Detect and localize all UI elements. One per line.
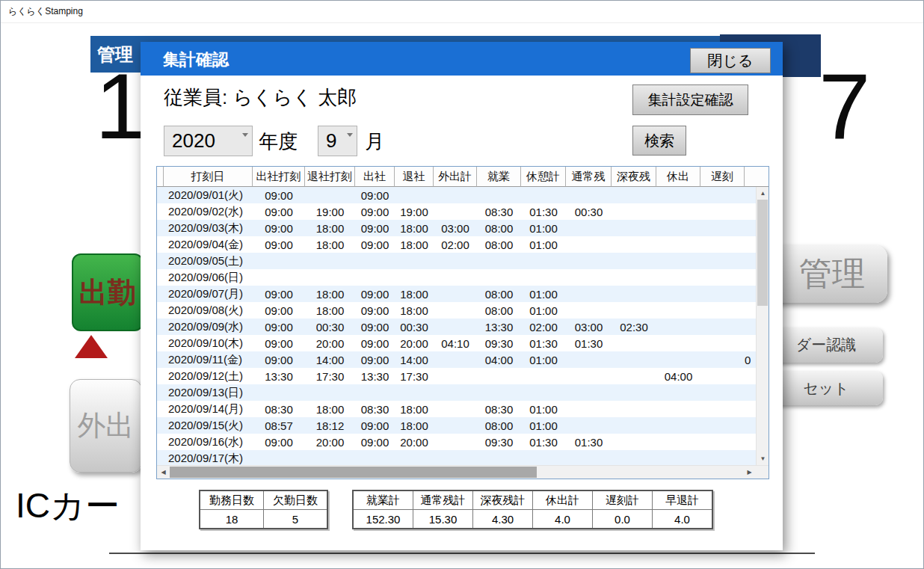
value-cell: [434, 302, 477, 319]
aggregation-settings-button[interactable]: 集計設定確認: [632, 84, 748, 115]
vscroll-track[interactable]: [757, 200, 769, 452]
value-cell: [434, 187, 477, 203]
value-cell: 00:30: [305, 319, 355, 335]
hscroll-track[interactable]: [170, 466, 743, 479]
value-cell: 08:30: [355, 401, 395, 417]
table-row[interactable]: 2020/09/16(水)09:0020:0009:0020:0009:3001…: [157, 434, 756, 450]
row-header-cell: [157, 286, 164, 302]
table-row[interactable]: 2020/09/07(月)09:0018:0009:0018:0008:0001…: [157, 286, 756, 302]
date-cell: 2020/09/02(水): [164, 203, 253, 220]
scroll-up-icon[interactable]: ▲: [757, 187, 769, 200]
value-cell: 18:12: [305, 417, 355, 434]
table-row[interactable]: 2020/09/04(金)09:0018:0009:0018:0002:0008…: [157, 236, 756, 253]
month-select[interactable]: 9: [318, 126, 357, 156]
table-row[interactable]: 2020/09/14(月)08:3018:0008:3018:0008:3001…: [157, 401, 756, 417]
value-cell: [434, 434, 477, 450]
column-header[interactable]: 遅刻: [700, 167, 745, 187]
summary-value: 4.0: [533, 510, 593, 529]
value-cell: [434, 450, 477, 465]
column-header[interactable]: 外出計: [434, 167, 477, 187]
overflow-cell: [745, 220, 756, 236]
summary-header: 遅刻計: [593, 490, 653, 510]
grid-body[interactable]: 2020/09/01(火)09:0009:002020/09/02(水)09:0…: [157, 187, 756, 465]
column-header[interactable]: 深夜残: [612, 167, 656, 187]
table-row[interactable]: 2020/09/01(火)09:0009:00: [157, 187, 756, 203]
date-cell: 2020/09/09(水): [164, 319, 253, 335]
table-row[interactable]: 2020/09/09(水)09:0000:3009:0000:3013:3002…: [157, 319, 756, 335]
value-cell: 04:00: [656, 368, 700, 384]
value-cell: [521, 269, 566, 286]
value-cell: [566, 401, 612, 417]
table-row[interactable]: 2020/09/15(火)08:5718:1209:0018:0008:0001…: [157, 417, 756, 434]
row-header-cell: [157, 203, 164, 220]
summary-days-table: 勤務日数欠勤日数185: [199, 490, 328, 529]
table-row[interactable]: 2020/09/17(木): [157, 450, 756, 465]
table-row[interactable]: 2020/09/12(土)13:3017:3013:3017:3004:00: [157, 368, 756, 384]
settings-button-label: 集計設定確認: [648, 90, 733, 110]
row-header-cell: [157, 187, 164, 203]
value-cell: [253, 253, 305, 269]
value-cell: [434, 253, 477, 269]
table-row[interactable]: 2020/09/03(木)09:0018:0009:0018:0003:0008…: [157, 220, 756, 236]
year-select[interactable]: 2020: [164, 126, 253, 156]
value-cell: [700, 401, 745, 417]
value-cell: 08:00: [477, 220, 521, 236]
table-row[interactable]: 2020/09/10(木)09:0020:0009:0020:0004:1009…: [157, 335, 756, 351]
value-cell: [700, 434, 745, 450]
value-cell: 00:30: [395, 319, 434, 335]
value-cell: 09:00: [355, 434, 395, 450]
value-cell: 18:00: [395, 220, 434, 236]
column-header[interactable]: 休出: [656, 167, 700, 187]
row-header-cell: [157, 236, 164, 253]
reset-button-label: セット: [803, 378, 848, 399]
value-cell: [656, 319, 700, 335]
row-header-cell: [157, 417, 164, 434]
summary-header: 早退計: [653, 490, 713, 510]
value-cell: 18:00: [305, 220, 355, 236]
go-out-label: 外出: [78, 407, 135, 445]
column-header[interactable]: 打刻日: [164, 167, 253, 187]
row-header-cell: [157, 368, 164, 384]
column-header[interactable]: 休憩計: [521, 167, 566, 187]
value-cell: [656, 253, 700, 269]
row-header-cell: [157, 434, 164, 450]
value-cell: 01:00: [521, 220, 566, 236]
dialog-titlebar[interactable]: 集計確認 閉じる: [141, 42, 783, 76]
table-row[interactable]: 2020/09/05(土): [157, 253, 756, 269]
vertical-scrollbar[interactable]: ▲ ▼: [756, 187, 769, 465]
vscroll-thumb[interactable]: [757, 200, 768, 306]
column-header[interactable]: 就業: [477, 167, 521, 187]
scroll-down-icon[interactable]: ▼: [757, 452, 769, 465]
value-cell: [395, 450, 434, 465]
overflow-cell: [745, 269, 756, 286]
column-header[interactable]: 出社打刻: [253, 167, 305, 187]
column-header[interactable]: 通常残: [566, 167, 612, 187]
clock-in-button[interactable]: 出勤: [72, 253, 144, 331]
table-row[interactable]: 2020/09/11(金)09:0014:0009:0014:0004:0001…: [157, 351, 756, 368]
column-header[interactable]: 退社打刻: [305, 167, 355, 187]
go-out-button[interactable]: 外出: [70, 379, 142, 473]
value-cell: [612, 335, 656, 351]
window-titlebar[interactable]: らくらくStamping: [1, 1, 923, 23]
value-cell: [700, 236, 745, 253]
horizontal-scrollbar[interactable]: ◀ ▶: [157, 466, 756, 479]
hscroll-thumb[interactable]: [170, 467, 537, 478]
value-cell: 08:57: [253, 417, 305, 434]
table-row[interactable]: 2020/09/13(日): [157, 384, 756, 401]
scroll-left-icon[interactable]: ◀: [157, 466, 170, 479]
table-row[interactable]: 2020/09/08(火)09:0018:0009:0018:0008:0001…: [157, 302, 756, 319]
row-header-cell: [157, 302, 164, 319]
table-row[interactable]: 2020/09/02(水)09:0019:0009:0019:0008:3001…: [157, 203, 756, 220]
value-cell: [395, 384, 434, 401]
scroll-right-icon[interactable]: ▶: [743, 466, 756, 479]
value-cell: 08:00: [477, 236, 521, 253]
summary-value: 4.0: [653, 510, 713, 529]
row-header-stub: [157, 167, 164, 187]
value-cell: [656, 302, 700, 319]
row-header-cell: [157, 335, 164, 351]
search-button[interactable]: 検索: [632, 126, 686, 156]
table-row[interactable]: 2020/09/06(日): [157, 269, 756, 286]
column-header[interactable]: 退社: [395, 167, 434, 187]
column-header[interactable]: 出社: [355, 167, 395, 187]
close-button[interactable]: 閉じる: [690, 48, 771, 73]
